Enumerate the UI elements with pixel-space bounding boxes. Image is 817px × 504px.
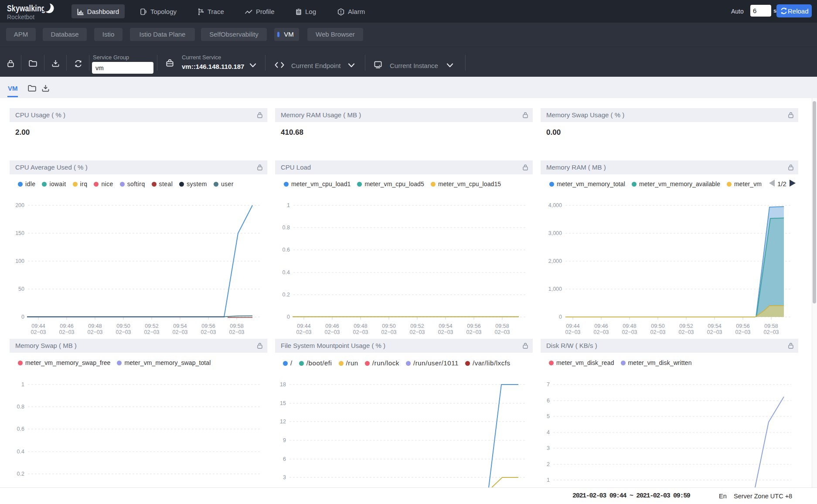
svg-text:02−03: 02−03: [438, 329, 453, 335]
svg-text:02−03: 02−03: [735, 329, 750, 335]
svg-text:4,000: 4,000: [548, 202, 562, 208]
svg-text:6: 6: [547, 398, 550, 404]
svg-text:02−03: 02−03: [650, 329, 665, 335]
svg-text:09:54: 09:54: [708, 323, 721, 329]
svg-text:09:44: 09:44: [566, 323, 579, 329]
svg-text:3,000: 3,000: [548, 230, 562, 236]
svg-text:0.2: 0.2: [283, 292, 290, 298]
svg-text:02−03: 02−03: [409, 329, 425, 335]
svg-text:09:54: 09:54: [439, 323, 452, 329]
svg-text:02−03: 02−03: [678, 329, 694, 335]
svg-text:09:44: 09:44: [31, 323, 45, 329]
svg-text:0: 0: [287, 314, 290, 320]
svg-text:0.8: 0.8: [283, 225, 290, 231]
svg-text:02−03: 02−03: [87, 329, 102, 335]
svg-text:7: 7: [547, 381, 550, 388]
svg-text:09:48: 09:48: [354, 323, 367, 329]
svg-text:0.8: 0.8: [17, 404, 24, 410]
svg-text:2: 2: [547, 461, 550, 467]
svg-text:100: 100: [15, 258, 24, 264]
svg-text:09:58: 09:58: [764, 323, 778, 329]
svg-text:09:52: 09:52: [679, 323, 693, 329]
svg-text:02−03: 02−03: [707, 329, 722, 335]
svg-text:5: 5: [547, 413, 550, 419]
svg-text:09:52: 09:52: [410, 323, 424, 329]
svg-text:02−03: 02−03: [381, 329, 396, 335]
svg-text:09:58: 09:58: [230, 323, 243, 329]
svg-text:0.6: 0.6: [283, 247, 290, 253]
svg-text:09:56: 09:56: [736, 323, 749, 329]
svg-text:1: 1: [287, 202, 290, 208]
svg-text:200: 200: [15, 202, 24, 208]
svg-text:02−03: 02−03: [116, 329, 131, 335]
svg-text:1: 1: [547, 477, 550, 483]
svg-text:09:50: 09:50: [651, 323, 664, 329]
svg-text:02−03: 02−03: [296, 329, 311, 335]
svg-text:12: 12: [280, 419, 286, 425]
svg-text:09:46: 09:46: [60, 323, 73, 329]
svg-text:6: 6: [283, 456, 286, 462]
svg-text:1,000: 1,000: [548, 286, 562, 292]
svg-text:2,000: 2,000: [548, 258, 562, 264]
svg-text:4: 4: [547, 429, 550, 436]
svg-text:09:58: 09:58: [495, 323, 509, 329]
svg-text:02−03: 02−03: [622, 329, 637, 335]
svg-text:0: 0: [559, 314, 562, 320]
svg-text:09:46: 09:46: [325, 323, 339, 329]
svg-text:0.6: 0.6: [17, 426, 24, 432]
svg-text:02−03: 02−03: [494, 329, 510, 335]
svg-text:0.4: 0.4: [17, 449, 24, 455]
svg-text:0.2: 0.2: [17, 471, 24, 477]
svg-text:02−03: 02−03: [144, 329, 159, 335]
svg-text:09:56: 09:56: [201, 323, 215, 329]
svg-text:02−03: 02−03: [229, 329, 244, 335]
svg-text:18: 18: [280, 381, 286, 388]
svg-text:02−03: 02−03: [763, 329, 779, 335]
svg-text:50: 50: [18, 286, 24, 292]
svg-text:02−03: 02−03: [324, 329, 340, 335]
svg-text:09:56: 09:56: [467, 323, 480, 329]
svg-text:02−03: 02−03: [31, 329, 46, 335]
svg-text:09:48: 09:48: [623, 323, 636, 329]
svg-text:02−03: 02−03: [593, 329, 609, 335]
svg-text:09:50: 09:50: [116, 323, 130, 329]
svg-text:09:48: 09:48: [88, 323, 102, 329]
svg-text:09:44: 09:44: [297, 323, 310, 329]
svg-text:1: 1: [21, 381, 24, 388]
svg-text:02−03: 02−03: [59, 329, 74, 335]
svg-text:02−03: 02−03: [565, 329, 580, 335]
svg-text:15: 15: [280, 400, 286, 406]
svg-text:3: 3: [283, 474, 286, 480]
svg-text:02−03: 02−03: [466, 329, 481, 335]
svg-text:09:50: 09:50: [382, 323, 395, 329]
svg-text:0.4: 0.4: [283, 269, 290, 276]
svg-text:3: 3: [547, 445, 550, 451]
svg-text:09:54: 09:54: [173, 323, 187, 329]
svg-text:02−03: 02−03: [201, 329, 216, 335]
svg-text:02−03: 02−03: [172, 329, 187, 335]
svg-text:09:52: 09:52: [145, 323, 158, 329]
svg-text:0: 0: [21, 314, 24, 320]
svg-text:150: 150: [15, 230, 24, 236]
svg-text:02−03: 02−03: [353, 329, 368, 335]
svg-text:9: 9: [283, 437, 286, 443]
svg-text:09:46: 09:46: [594, 323, 608, 329]
